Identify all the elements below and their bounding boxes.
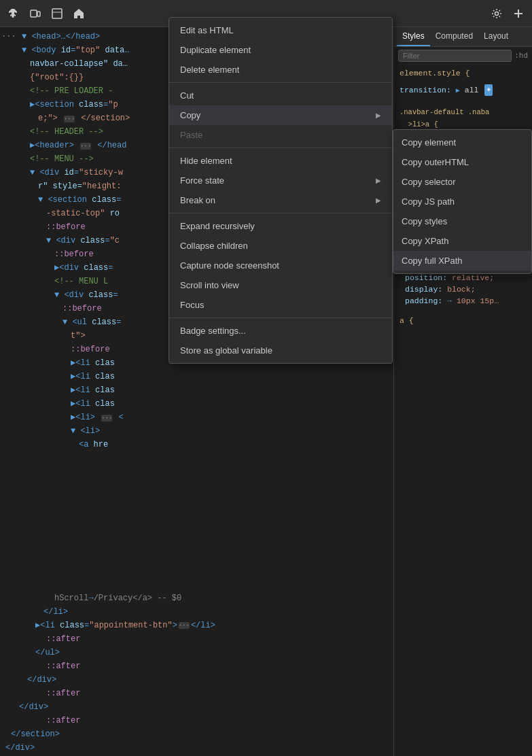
tab-styles[interactable]: Styles — [397, 27, 430, 46]
dom-bottom-line: </ul> — [0, 646, 393, 659]
menu-item-badge[interactable]: Badge settings... — [169, 321, 392, 341]
dom-line[interactable]: ▼ <li> — [0, 424, 393, 438]
menu-item-hide[interactable]: Hide element — [169, 151, 392, 171]
menu-item-force-state[interactable]: Force state ▶ — [169, 171, 392, 190]
dom-tag: ▼ <div id="sticky-w — [30, 167, 123, 179]
dom-tag: ▼ <ul class= — [63, 316, 121, 328]
svg-rect-1 — [37, 12, 40, 16]
submenu-arrow-break: ▶ — [376, 196, 381, 204]
dom-comment: <!-- MENU L — [54, 275, 108, 288]
menu-item-edit-html[interactable]: Edit as HTML — [169, 20, 392, 40]
menu-separator-1 — [169, 82, 392, 83]
dom-pseudo: ::before — [71, 343, 110, 356]
tab-layout[interactable]: Layout — [478, 27, 514, 46]
css-property-transition: transition: ▶ all ◈ — [400, 84, 527, 97]
css-rule-transition: transition: ▶ all ◈ — [400, 84, 527, 97]
dom-tag: <a hre — [79, 439, 108, 451]
dom-tag: ▼ <div class= — [54, 289, 118, 301]
home-icon[interactable] — [71, 5, 87, 22]
dom-line[interactable]: ▶<li> ··· < — [0, 411, 393, 424]
css-display: display: block; — [405, 284, 527, 295]
styles-filter-bar: :hd — [394, 47, 532, 65]
menu-item-copy-outerhtml[interactable]: Copy outerHTML — [393, 152, 531, 172]
menu-item-copy-styles[interactable]: Copy styles — [393, 211, 531, 231]
dom-bottom-line: </div> — [0, 673, 393, 687]
filter-input[interactable] — [398, 50, 512, 62]
menu-separator-3 — [169, 213, 392, 213]
dom-bottom-line: </div> — [0, 700, 393, 714]
svg-rect-0 — [31, 10, 37, 17]
submenu-arrow-copy: ▶ — [376, 111, 381, 119]
css-selector-navbar-default: .navbar-default .naba >li>a { — [400, 106, 527, 131]
dom-attr: r" style="height: — [38, 180, 121, 192]
menu-item-paste[interactable]: Paste — [169, 125, 392, 145]
dom-bottom-line: </li> — [0, 605, 393, 619]
css-rule-element-style: element.style { — [400, 67, 527, 79]
menu-item-copy-full-xpath[interactable]: Copy full XPath — [393, 251, 531, 271]
dom-text: e;"> ··· </section> — [38, 112, 130, 124]
dom-tag: ▶<header> ··· </head — [30, 139, 126, 152]
dom-attr: -static-top" ro — [46, 207, 120, 220]
menu-separator-2 — [169, 148, 392, 148]
dom-bottom-line: ::after — [0, 714, 393, 727]
context-menu-copy-submenu: Copy element Copy outerHTML Copy selecto… — [393, 129, 532, 274]
css-rule-a: a { — [400, 315, 527, 326]
menu-item-copy[interactable]: Copy ▶ — [169, 105, 392, 125]
dom-tag: ▼ <div class="c — [46, 235, 120, 247]
svg-point-4 — [495, 12, 499, 15]
dom-bottom-section: hScroll → /Privacy</a> -- $0 </li> ▶<li … — [0, 590, 393, 756]
dom-tag: ▶<section class="p — [30, 99, 118, 111]
dom-comment: <!-- HEADER --> — [30, 126, 103, 138]
menu-item-collapse[interactable]: Collapse children — [169, 236, 392, 256]
dom-tag: ▶<li> ··· < — [71, 411, 124, 424]
menu-item-focus[interactable]: Focus — [169, 295, 392, 315]
dom-line[interactable]: ▶<li clas — [0, 370, 393, 383]
menu-item-cut[interactable]: Cut — [169, 86, 392, 105]
dom-pseudo: ::before — [54, 248, 94, 260]
menu-item-store-global[interactable]: Store as global variable — [169, 341, 392, 360]
device-icon[interactable] — [27, 5, 43, 22]
dom-attr: t"> — [71, 330, 86, 342]
menu-item-capture[interactable]: Capture node screenshot — [169, 256, 392, 275]
css-selector-a: a { — [400, 315, 527, 326]
css-selector: element.style { — [400, 67, 527, 79]
elements-icon[interactable] — [49, 5, 65, 22]
svg-rect-2 — [52, 9, 62, 18]
menu-item-copy-xpath[interactable]: Copy XPath — [393, 231, 531, 251]
dom-line[interactable]: ▶<li clas — [0, 383, 393, 397]
menu-separator-4 — [169, 317, 392, 318]
dom-bottom-line: hScroll → /Privacy</a> -- $0 — [0, 591, 393, 605]
new-tab-icon[interactable] — [510, 5, 527, 22]
dom-pseudo: ::before — [46, 221, 86, 233]
menu-item-delete[interactable]: Delete element — [169, 60, 392, 80]
menu-item-break-on[interactable]: Break on ▶ — [169, 190, 392, 210]
dom-tag: ▼ <section class= — [38, 194, 121, 206]
menu-item-copy-js-path[interactable]: Copy JS path — [393, 192, 531, 211]
dom-line[interactable]: <a hre — [0, 438, 393, 451]
dom-bottom-line: </div> — [0, 741, 393, 755]
inspect-icon[interactable] — [5, 5, 22, 22]
menu-item-copy-element[interactable]: Copy element — [393, 133, 531, 152]
dom-tag: ▶<div class= — [54, 262, 113, 274]
three-dots-left: ··· — [1, 31, 16, 43]
dom-tag: ▼ <li> — [71, 425, 100, 437]
dom-attr: navbar-collapse" da… — [30, 58, 128, 70]
menu-item-copy-selector[interactable]: Copy selector — [393, 172, 531, 192]
dom-tag: ▶<li clas — [71, 371, 115, 383]
menu-item-expand[interactable]: Expand recursively — [169, 216, 392, 236]
dom-tag: ▶<li clas — [71, 398, 115, 410]
dom-line[interactable]: ▶<li clas — [0, 397, 393, 411]
dom-comment: <!-- PRE LOADER - — [30, 85, 113, 97]
dom-tag-head: ▼ <head>…</head> — [22, 31, 100, 43]
dom-bottom-line: ::after — [0, 687, 393, 700]
dom-tag: ▶<li clas — [71, 384, 115, 396]
dom-bottom-line: ▶<li class="appointment-btn"> ··· </li> — [0, 619, 393, 632]
menu-item-scroll[interactable]: Scroll into view — [169, 275, 392, 295]
dom-pseudo: ::before — [63, 303, 102, 315]
menu-item-duplicate[interactable]: Duplicate element — [169, 40, 392, 60]
dom-bottom-line: </section> — [0, 727, 393, 741]
tab-computed[interactable]: Computed — [430, 27, 478, 46]
context-menu-main: Edit as HTML Duplicate element Delete el… — [169, 17, 393, 364]
dom-text: {"root":{}} — [30, 71, 84, 84]
gear-icon[interactable] — [489, 5, 505, 22]
